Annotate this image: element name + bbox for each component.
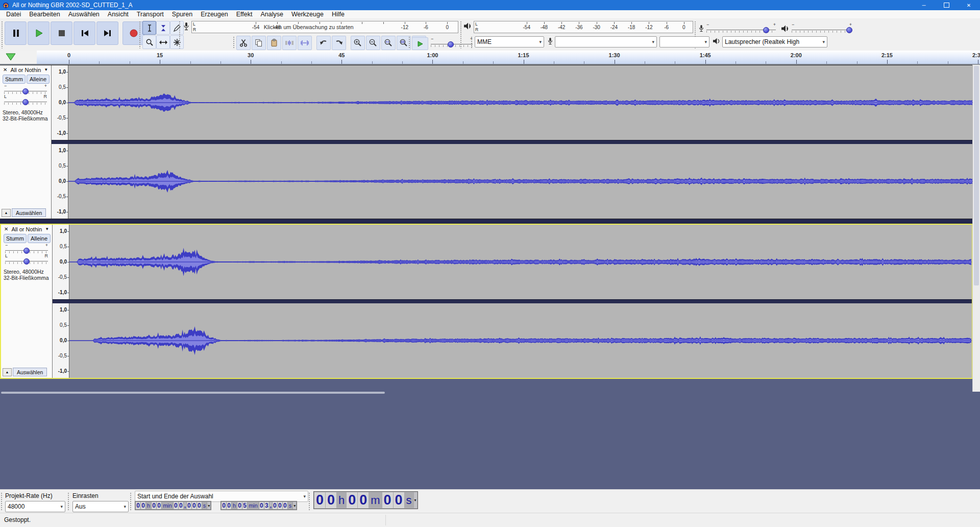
time-digit[interactable]: 0	[382, 492, 393, 508]
selection-toolbar-grabber[interactable]	[1, 492, 3, 510]
time-display-grabber[interactable]	[308, 492, 311, 510]
skip-to-start-button[interactable]	[74, 21, 95, 45]
menu-item-hilfe[interactable]: Hilfe	[328, 10, 349, 18]
zoom-out-button[interactable]	[366, 36, 380, 50]
track-control-panel[interactable]: ✕ All or Nothin ▼ Stumm Alleine − + L R …	[1, 225, 53, 378]
timeline-ruler[interactable]: 01530451:001:151:301:452:002:152:30	[0, 51, 980, 65]
pan-slider-thumb[interactable]	[22, 99, 29, 105]
time-digit[interactable]: 0	[283, 502, 287, 509]
record-channels-dropdown[interactable]: ▾	[659, 36, 709, 47]
play-speed-thumb[interactable]	[448, 41, 454, 47]
audio-position-display[interactable]: 00h00m00s▾	[313, 491, 418, 509]
menu-item-erzeugen[interactable]: Erzeugen	[197, 10, 232, 18]
time-digit[interactable]: 0	[187, 502, 191, 509]
selection-tool-button[interactable]	[142, 21, 156, 35]
time-format-chevron-icon[interactable]: ▾	[293, 502, 296, 509]
time-digit[interactable]: 0	[278, 502, 282, 509]
device-toolbar-grabber[interactable]	[471, 36, 473, 49]
selection-range-grabber[interactable]	[130, 492, 132, 510]
redo-button[interactable]	[332, 36, 346, 50]
record-meter-grabber[interactable]	[179, 21, 181, 49]
time-digit[interactable]: 0	[179, 502, 183, 509]
time-digit[interactable]: 0	[227, 502, 231, 509]
time-format-chevron-icon[interactable]: ▾	[207, 502, 210, 509]
menu-item-datei[interactable]: Datei	[2, 10, 25, 18]
play-at-speed-button[interactable]	[412, 37, 428, 50]
collapse-track-button[interactable]: ▲	[2, 209, 11, 217]
solo-button[interactable]: Alleine	[27, 75, 50, 84]
pan-slider[interactable]: L R	[4, 98, 47, 105]
gain-slider-thumb[interactable]	[23, 248, 30, 254]
mute-button[interactable]: Stumm	[4, 234, 27, 243]
selection-start-field[interactable]: 00h00min00,000s▾	[135, 501, 211, 510]
waveform[interactable]	[69, 303, 972, 378]
envelope-tool-button[interactable]	[156, 21, 170, 35]
time-digit[interactable]: 0	[197, 502, 202, 509]
channel-divider[interactable]	[52, 140, 973, 144]
time-digit[interactable]: 0	[222, 502, 226, 509]
waveform[interactable]	[69, 225, 972, 299]
transport-toolbar-grabber[interactable]	[1, 21, 4, 49]
pan-slider[interactable]: L R	[5, 257, 48, 265]
silence-audio-button[interactable]	[298, 36, 312, 50]
mute-button[interactable]: Stumm	[3, 75, 26, 84]
track-menu-chevron-icon[interactable]: ▼	[44, 67, 48, 72]
close-button[interactable]: ✕	[958, 0, 980, 10]
menu-item-effekt[interactable]: Effekt	[232, 10, 257, 18]
time-digit[interactable]: 0	[273, 502, 277, 509]
paste-button[interactable]	[267, 36, 281, 50]
play-at-speed-grabber[interactable]	[408, 36, 411, 49]
track-menu-chevron-icon[interactable]: ▼	[45, 227, 49, 231]
track-1-channel-left[interactable]: 1,00,50,0-0,5-1,0	[52, 65, 973, 140]
time-format-chevron-icon[interactable]: ▾	[414, 492, 417, 508]
undo-button[interactable]	[316, 36, 331, 50]
audio-track-2[interactable]: ✕ All or Nothin ▼ Stumm Alleine − + L R …	[0, 224, 973, 379]
solo-button[interactable]: Alleine	[28, 234, 51, 243]
amplitude-ruler[interactable]: 1,00,50,0-0,5-1,0	[53, 225, 69, 299]
time-digit[interactable]: ,	[184, 502, 186, 509]
playback-device-dropdown[interactable]: Lautsprecher (Realtek High▾	[722, 36, 827, 47]
pause-button[interactable]	[5, 21, 27, 45]
menu-item-auswhlen[interactable]: Auswählen	[64, 10, 104, 18]
time-digit[interactable]: ,	[270, 502, 272, 509]
time-digit[interactable]: 3	[264, 502, 269, 509]
time-digit[interactable]: 0	[259, 502, 264, 509]
track-2-channel-right[interactable]: 1,00,50,0-0,5-1,0	[53, 303, 972, 378]
project-rate-dropdown[interactable]: 48000▾	[5, 501, 65, 512]
timeshift-tool-button[interactable]	[156, 35, 170, 49]
track-name[interactable]: All or Nothin	[10, 67, 41, 73]
recording-meter[interactable]: LR-54-48-12-60Klicken um Überwachung zu …	[191, 21, 458, 33]
time-digit[interactable]: 0	[152, 502, 156, 509]
multi-tool-button[interactable]	[170, 35, 184, 49]
playback-meter[interactable]: LR-54-48-42-36-30-24-18-12-60	[474, 21, 693, 33]
gain-slider-thumb[interactable]	[22, 88, 29, 94]
time-digit[interactable]: 0	[326, 492, 336, 508]
pan-slider-thumb[interactable]	[23, 258, 30, 265]
time-digit[interactable]: 0	[141, 502, 145, 509]
menu-item-transport[interactable]: Transport	[133, 10, 168, 18]
select-track-button[interactable]: Auswählen	[13, 368, 47, 376]
audio-track-1[interactable]: ✕ All or Nothin ▼ Stumm Alleine − + L R …	[0, 65, 973, 219]
track-close-icon[interactable]: ✕	[2, 226, 10, 232]
snap-grabber[interactable]	[67, 492, 70, 510]
minimize-button[interactable]: ─	[913, 0, 935, 10]
play-button[interactable]	[28, 21, 50, 45]
amplitude-ruler[interactable]: 1,00,50,0-0,5-1,0	[52, 65, 68, 140]
timeline-scale[interactable]: 01530451:001:151:301:452:002:152:30	[37, 51, 980, 64]
menu-item-analyse[interactable]: Analyse	[256, 10, 287, 18]
cut-button[interactable]	[236, 36, 251, 50]
time-digit[interactable]: 0	[347, 492, 357, 508]
record-volume-thumb[interactable]	[763, 27, 769, 33]
select-track-button[interactable]: Auswählen	[12, 208, 46, 217]
snap-dropdown[interactable]: Aus▾	[72, 501, 129, 512]
zoom-in-button[interactable]	[351, 36, 365, 50]
track-2-channel-left[interactable]: 1,00,50,0-0,5-1,0	[53, 225, 972, 299]
selection-range-mode-dropdown[interactable]: Start und Ende der Auswahl▾	[135, 491, 308, 502]
gain-slider[interactable]: − +	[4, 87, 47, 94]
vertical-scrollbar[interactable]	[972, 65, 980, 392]
zoom-selection-button[interactable]	[381, 36, 396, 50]
track-resize-sash[interactable]	[0, 219, 973, 224]
time-digit[interactable]: 0	[314, 492, 325, 508]
audio-host-dropdown[interactable]: MME▾	[475, 36, 544, 47]
channel-divider[interactable]	[53, 299, 972, 303]
